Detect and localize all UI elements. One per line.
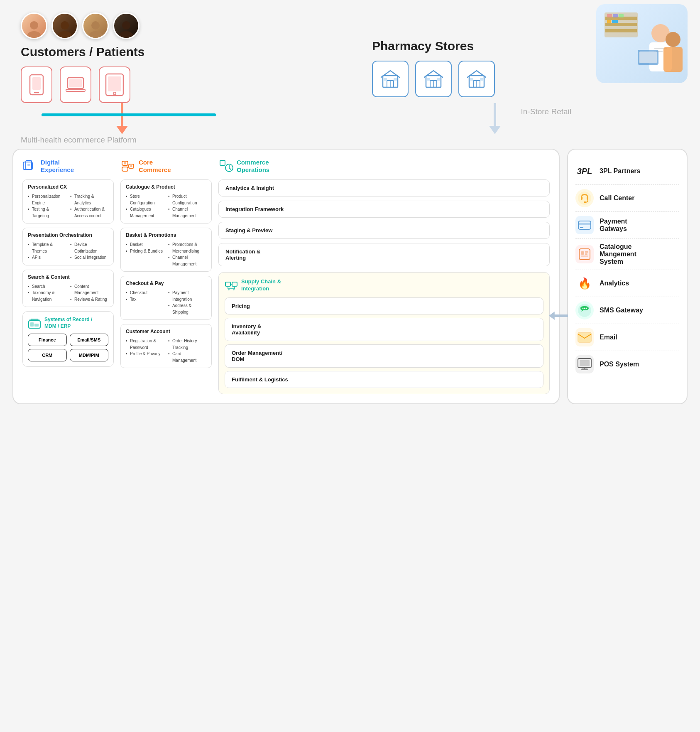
svg-rect-38 <box>613 14 618 17</box>
right-sidebar: 3PL 3PL Partners Call Center <box>567 149 688 404</box>
svg-rect-76 <box>578 223 591 225</box>
commerce-ops-header: CommerceOperations <box>218 159 550 174</box>
svg-point-1 <box>27 31 41 38</box>
call-center-icon <box>575 189 594 207</box>
svg-rect-80 <box>585 251 588 253</box>
checkout-pay-title: Checkout & Pay <box>126 280 206 286</box>
sidebar-item-sms: SMS Gateway <box>575 297 679 324</box>
svg-rect-77 <box>580 227 583 228</box>
svg-rect-74 <box>584 201 586 203</box>
3pl-icon: 3PL <box>575 162 594 180</box>
platform-box: DigitalExperience Personalized CX •Perso… <box>12 149 560 404</box>
commerce-ops-column: CommerceOperations Analytics & Insight I… <box>218 159 550 394</box>
svg-rect-55 <box>30 322 34 327</box>
store-icon-3 <box>458 61 495 97</box>
svg-point-2 <box>61 21 69 29</box>
sidebar-item-3pl: 3PL 3PL Partners <box>575 158 679 185</box>
svg-point-70 <box>233 289 235 290</box>
systems-of-record-title: Systems of Record /MDM / ERP <box>44 317 92 329</box>
svg-rect-32 <box>480 78 483 81</box>
staging-preview-card: Staging & Preview <box>218 222 550 239</box>
svg-rect-48 <box>663 47 683 72</box>
svg-rect-36 <box>605 29 637 32</box>
payment-label: PaymentGatways <box>600 218 627 233</box>
svg-rect-72 <box>581 197 583 200</box>
basket-promotions-title: Basket & Promotions <box>126 232 206 238</box>
avatar-2 <box>51 12 78 39</box>
customers-title: Customers / Patients <box>21 45 220 59</box>
svg-rect-89 <box>580 360 590 366</box>
svg-point-7 <box>120 31 133 38</box>
personalized-cx-card: Personalized CX •Personalization Engine … <box>22 179 114 224</box>
sms-icon <box>575 301 594 319</box>
multi-health-label: Multi-health ecommerce Platform <box>21 135 137 145</box>
svg-rect-40 <box>607 20 611 23</box>
supply-chain-title: Supply Chain &Integration <box>241 278 281 292</box>
notification-arrow <box>549 312 568 320</box>
svg-rect-41 <box>612 20 618 23</box>
svg-point-0 <box>30 21 38 29</box>
svg-rect-50 <box>639 52 657 63</box>
search-content-card: Search & Content •Search •Taxonomy & Nav… <box>22 270 114 307</box>
catalogue-icon <box>575 245 594 263</box>
search-content-title: Search & Content <box>28 274 108 280</box>
checkout-pay-card: Checkout & Pay •Checkout •Tax •Payment I… <box>120 276 212 320</box>
crm-tag: CRM <box>28 349 67 361</box>
pharmacy-title: Pharmacy Stores <box>372 39 588 53</box>
inventory-availability-card: Inventory &Availability <box>225 318 543 341</box>
finance-tag: Finance <box>28 334 67 346</box>
catalogue-label: CatalogueMangementSystem <box>600 243 636 265</box>
sidebar-item-pos: POS System <box>575 351 679 378</box>
mobile-icon <box>21 66 52 103</box>
pharmacy-illustration <box>596 4 688 83</box>
digital-experience-title: DigitalExperience <box>41 159 74 174</box>
email-icon <box>575 328 594 346</box>
svg-point-85 <box>584 308 585 309</box>
svg-point-3 <box>58 31 71 38</box>
digital-experience-header: DigitalExperience <box>22 159 114 174</box>
commerce-ops-title: CommerceOperations <box>237 159 269 174</box>
analytics-insight-card: Analytics & Insight <box>218 179 550 197</box>
svg-rect-60 <box>122 167 128 171</box>
supply-chain-header: Supply Chain &Integration <box>225 278 543 292</box>
core-commerce-column: CoreCommerce Catalogue & Product •Store … <box>120 159 212 394</box>
sms-label: SMS Gateway <box>600 307 643 314</box>
svg-point-5 <box>89 31 102 38</box>
svg-rect-22 <box>394 78 397 81</box>
svg-rect-35 <box>605 23 637 26</box>
svg-point-86 <box>586 308 587 309</box>
svg-rect-90 <box>581 368 588 370</box>
pharmacy-block: Pharmacy Stores <box>372 12 588 97</box>
catalogue-product-card: Catalogue & Product •Store Configuration… <box>120 179 212 224</box>
svg-point-53 <box>27 164 30 166</box>
customer-account-card: Customer Account •Registration & Passwor… <box>120 324 212 368</box>
customers-block: Customers / Patients <box>21 12 220 103</box>
avatar-4 <box>113 12 140 39</box>
pos-icon <box>575 355 594 373</box>
svg-rect-26 <box>427 78 430 81</box>
order-management-card: Order Management/DOM <box>225 344 543 368</box>
svg-rect-37 <box>607 14 612 17</box>
svg-point-84 <box>583 308 584 309</box>
svg-rect-16 <box>108 76 121 91</box>
sidebar-item-call-center: Call Center <box>575 185 679 212</box>
svg-rect-64 <box>220 160 225 165</box>
3pl-label: 3PL Partners <box>600 167 640 175</box>
store-icon-2 <box>415 61 452 97</box>
core-commerce-header: CoreCommerce <box>120 159 212 174</box>
personalized-cx-title: Personalized CX <box>28 184 108 190</box>
basket-promotions-card: Basket & Promotions •Basket •Pricing & B… <box>120 228 212 272</box>
analytics-icon: 🔥 <box>575 274 594 292</box>
pos-label: POS System <box>600 361 639 368</box>
svg-rect-66 <box>225 282 230 286</box>
avatars-row <box>21 12 220 39</box>
tablet-icon <box>99 66 130 103</box>
presentation-orchestration-card: Presentation Orchestration •Template & T… <box>22 228 114 265</box>
sidebar-item-catalogue: CatalogueMangementSystem <box>575 239 679 270</box>
svg-point-4 <box>91 21 100 29</box>
integration-framework-card: Integration Framework <box>218 201 550 218</box>
svg-rect-56 <box>34 324 39 327</box>
email-sms-tag: Email/SMS <box>70 334 109 346</box>
svg-rect-10 <box>32 77 41 90</box>
sidebar-item-email: Email <box>575 324 679 351</box>
